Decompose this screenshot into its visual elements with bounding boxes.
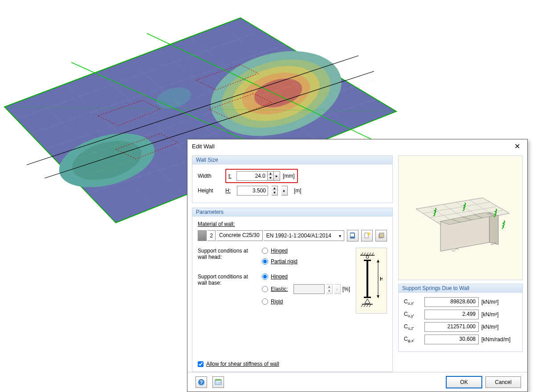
wall-3d-preview xyxy=(398,155,523,280)
svg-point-33 xyxy=(367,233,370,235)
dialog-titlebar[interactable]: Edit Wall ✕ xyxy=(187,139,527,153)
head-partial-rigid-radio[interactable] xyxy=(262,258,268,265)
ok-button[interactable]: OK xyxy=(446,376,482,388)
width-label: Width xyxy=(198,173,222,179)
base-hinged-radio[interactable] xyxy=(262,274,268,280)
svg-rect-44 xyxy=(367,261,368,297)
material-color-icon xyxy=(198,230,207,241)
width-highlight: t: ▲ ▼ ▸ [mm] xyxy=(225,169,298,183)
material-code-dropdown[interactable]: EN 1992-1-1:2004/A1:2014 ▾ xyxy=(264,230,344,241)
dialog-footer: ? 0,00 OK Cancel xyxy=(187,372,527,392)
elastic-down: ▼ xyxy=(326,289,332,294)
svg-line-48 xyxy=(361,304,363,307)
svg-line-39 xyxy=(369,253,371,255)
support-springs-group: Support Springs Due to Wall Cu,x' 89828.… xyxy=(398,284,523,352)
height-spin-down[interactable]: ▼ xyxy=(272,191,277,195)
material-index: 2 xyxy=(208,230,216,241)
new-file-icon xyxy=(363,232,371,239)
elastic-up: ▲ xyxy=(326,285,332,289)
cancel-button[interactable]: Cancel xyxy=(485,376,521,388)
svg-marker-65 xyxy=(489,212,498,245)
head-hinged-radio[interactable] xyxy=(262,248,268,254)
elastic-value-input xyxy=(293,284,325,294)
new-material-button[interactable] xyxy=(361,230,373,241)
width-spin-up[interactable]: ▲ xyxy=(268,172,273,176)
cuy-label: Cu,y' xyxy=(404,311,422,318)
support-head-label: Support conditions at wall head: xyxy=(198,248,256,265)
svg-marker-53 xyxy=(377,260,379,262)
cuz-value: 212571.000 xyxy=(424,322,479,332)
elastic-unit: [%] xyxy=(342,286,350,292)
svg-line-49 xyxy=(364,304,366,307)
base-rigid-radio[interactable] xyxy=(262,298,268,305)
springs-header: Support Springs Due to Wall xyxy=(399,284,522,293)
elastic-step: ▸ xyxy=(334,284,341,294)
height-input[interactable] xyxy=(237,186,268,196)
head-partial-rigid-label: Partial rigid xyxy=(271,258,297,265)
units-button[interactable]: 0,00 xyxy=(212,376,224,388)
svg-marker-46 xyxy=(365,299,370,303)
material-label: Material of wall: xyxy=(198,221,387,227)
svg-line-38 xyxy=(367,253,368,255)
cux-value: 89828.600 xyxy=(424,297,479,307)
material-code-text: EN 1992-1-1:2004/A1:2014 xyxy=(266,233,331,239)
svg-line-50 xyxy=(367,304,368,307)
head-hinged-label: Hinged xyxy=(271,248,288,254)
height-unit: [m] xyxy=(294,188,301,194)
base-elastic-radio[interactable] xyxy=(262,286,268,292)
svg-marker-54 xyxy=(377,295,379,298)
width-spin-down[interactable]: ▼ xyxy=(268,176,273,180)
svg-text:?: ? xyxy=(200,380,203,385)
edit-wall-dialog: Edit Wall ✕ Wall Size Width t: ▲ ▼ xyxy=(187,139,528,392)
edit-material-button[interactable] xyxy=(375,230,387,241)
cphix-value: 30.608 xyxy=(424,335,479,344)
svg-line-51 xyxy=(369,304,371,307)
svg-line-36 xyxy=(361,253,363,255)
base-hinged-label: Hinged xyxy=(271,274,288,280)
cux-label: Cu,x' xyxy=(404,298,422,306)
cphix-unit: [kNm/rad/m] xyxy=(481,336,517,343)
chevron-down-icon: ▾ xyxy=(339,233,341,238)
width-input[interactable] xyxy=(236,171,268,181)
cuy-value: 2.499 xyxy=(424,310,479,319)
svg-rect-45 xyxy=(364,297,371,298)
support-base-label: Support conditions at wall base: xyxy=(198,274,256,305)
height-step-button[interactable]: ▸ xyxy=(281,186,288,196)
units-icon: 0,00 xyxy=(215,379,222,386)
svg-text:0,00: 0,00 xyxy=(216,381,221,384)
svg-rect-31 xyxy=(350,233,354,237)
svg-text:H: H xyxy=(380,276,383,282)
base-rigid-label: Rigid xyxy=(271,298,283,305)
height-spinner[interactable]: ▲ ▼ xyxy=(272,186,278,196)
svg-rect-74 xyxy=(215,379,221,380)
svg-line-40 xyxy=(372,253,374,255)
shear-stiffness-checkbox[interactable] xyxy=(198,361,204,367)
material-name: Concrete C25/30 xyxy=(216,230,263,241)
library-button[interactable] xyxy=(347,230,358,241)
shear-stiffness-label: Allow for shear stiffness of wall xyxy=(206,361,279,367)
book-icon xyxy=(349,232,356,239)
svg-rect-43 xyxy=(364,260,371,261)
cuy-unit: [kN/m²] xyxy=(481,311,517,318)
material-edit-icon xyxy=(378,232,385,239)
material-selector[interactable]: 2 Concrete C25/30 EN 1992-1-1:2004/A1:20… xyxy=(198,230,387,241)
parameters-group: Parameters Material of wall: 2 Concrete … xyxy=(192,208,393,372)
height-label: Height xyxy=(198,188,222,194)
close-icon[interactable]: ✕ xyxy=(512,141,523,151)
wall-size-header: Wall Size xyxy=(192,156,392,164)
help-button[interactable]: ? xyxy=(196,376,207,388)
elastic-spinner: ▲ ▼ xyxy=(326,284,333,294)
width-spinner[interactable]: ▲ ▼ xyxy=(268,171,274,181)
wall-size-group: Wall Size Width t: ▲ ▼ ▸ [mm] xyxy=(192,155,393,203)
parameters-header: Parameters xyxy=(192,208,392,216)
cphix-label: Cφ,x' xyxy=(404,336,422,343)
height-spin-up[interactable]: ▲ xyxy=(272,186,277,191)
svg-line-37 xyxy=(364,253,366,255)
svg-rect-35 xyxy=(379,233,384,237)
width-step-button[interactable]: ▸ xyxy=(274,171,280,181)
wall-section-diagram: H xyxy=(356,248,387,314)
cux-unit: [kN/m²] xyxy=(481,299,517,305)
svg-point-42 xyxy=(366,256,369,258)
base-elastic-label: Elastic: xyxy=(271,286,288,292)
width-unit: [mm] xyxy=(283,173,295,179)
